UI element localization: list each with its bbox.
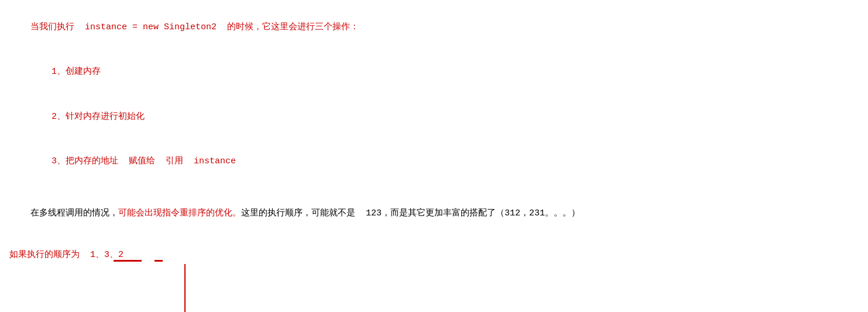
item3-text: 3、把内存的地址 赋值给 引用 instance xyxy=(30,156,236,166)
order-prefix: 如果执行的顺序为 1、3、2 xyxy=(9,250,123,260)
mixed-line: 在多线程调用的情况，可能会出现指令重排序的优化。这里的执行顺序，可能就不是 12… xyxy=(9,191,859,236)
item1-text: 1、创建内存 xyxy=(30,67,101,77)
arrow-shaft xyxy=(184,264,186,313)
line-intro: 当我们执行 instance = new Singleton2 的时候，它这里会… xyxy=(9,5,859,50)
arrow-container xyxy=(179,264,191,313)
underline-2 xyxy=(155,260,163,262)
mixed-highlight: 可能会出现指令重排序的优化。 xyxy=(118,208,241,218)
underlines-row xyxy=(114,260,163,262)
item1-line: 1、创建内存 xyxy=(9,50,859,95)
spacer1 xyxy=(9,184,859,191)
line-intro-text: 当我们执行 instance = new Singleton2 的时候，它这里会… xyxy=(30,22,359,32)
mixed-prefix: 在多线程调用的情况， xyxy=(30,208,118,218)
item2-text: 2、针对内存进行初始化 xyxy=(30,112,145,122)
underline-13 xyxy=(114,260,142,262)
item3-line: 3、把内存的地址 赋值给 引用 instance xyxy=(9,139,859,184)
order-line: 如果执行的顺序为 1、3、2 xyxy=(9,248,123,263)
order-section: 如果执行的顺序为 1、3、2 在执行完 1,3操作，在进行 2操作之前 触发了其… xyxy=(9,248,859,313)
item2-line: 2、针对内存进行初始化 xyxy=(9,94,859,139)
main-content: 当我们执行 instance = new Singleton2 的时候，它这里会… xyxy=(9,5,859,312)
mixed-suffix: 这里的执行顺序，可能就不是 123，而是其它更加丰富的搭配了（312，231。。… xyxy=(241,208,580,218)
spacer2 xyxy=(9,236,859,243)
